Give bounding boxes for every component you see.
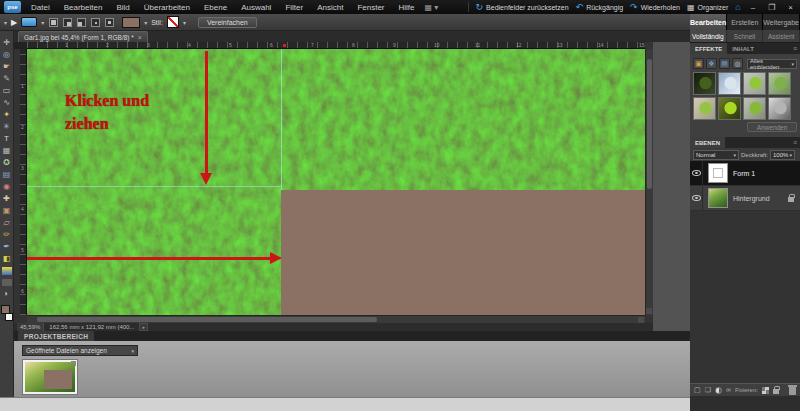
layer-row-hintergrund[interactable]: Hintergrund bbox=[690, 186, 800, 211]
magic-wand-tool[interactable]: ✦ bbox=[1, 110, 13, 120]
tool-preset-arrow[interactable]: ▾ bbox=[4, 19, 7, 26]
reset-panels-button[interactable]: ↻Bedienfelder zurücksetzen bbox=[476, 2, 569, 12]
crop-tool[interactable]: ▦ bbox=[1, 146, 13, 156]
adjustment-layer-icon[interactable] bbox=[715, 387, 722, 394]
close-button[interactable]: × bbox=[785, 3, 796, 12]
tab-bearbeiten[interactable]: Bearbeiten bbox=[690, 14, 727, 30]
menu-item-7[interactable]: Ansicht bbox=[310, 3, 350, 12]
vertical-scrollbar-thumb[interactable] bbox=[647, 59, 652, 189]
hand-tool[interactable]: ☛ bbox=[1, 62, 13, 72]
drawn-shape-rectangle[interactable] bbox=[281, 190, 645, 315]
vertical-ruler[interactable]: 123456 bbox=[20, 49, 27, 315]
effect-thumbnail-7[interactable] bbox=[768, 97, 791, 120]
redo-button[interactable]: ↷Wiederholen bbox=[630, 2, 680, 12]
undo-button[interactable]: ↶Rückgängig bbox=[576, 2, 624, 12]
selection-brush-tool[interactable]: ✳ bbox=[1, 122, 13, 132]
status-options-arrow[interactable]: ▸ bbox=[139, 323, 148, 331]
link-layers-icon[interactable]: ∞ bbox=[726, 385, 731, 395]
vertical-scrollbar[interactable] bbox=[645, 49, 653, 315]
all-effects-category-icon[interactable]: ◍ bbox=[732, 58, 743, 69]
effect-thumbnail-6[interactable] bbox=[743, 97, 766, 120]
shape-subtract-icon[interactable] bbox=[77, 18, 86, 27]
organizer-button[interactable]: ▦Organizer bbox=[687, 3, 728, 12]
clone-stamp-tool[interactable]: ▣ bbox=[1, 206, 13, 216]
horizontal-ruler[interactable]: 123456789101112131415 bbox=[27, 42, 645, 49]
delete-layer-icon[interactable] bbox=[789, 387, 796, 395]
style-none-swatch[interactable] bbox=[167, 16, 179, 28]
shape-preview-swatch[interactable] bbox=[21, 17, 37, 27]
shape-new-icon[interactable] bbox=[49, 18, 58, 27]
move-tool[interactable]: ✛ bbox=[1, 38, 13, 48]
blend-mode-dropdown[interactable]: Normal bbox=[693, 150, 739, 160]
new-layer-icon[interactable]: ▢ bbox=[694, 385, 701, 395]
shape-intersect-icon[interactable] bbox=[91, 18, 100, 27]
horizontal-scrollbar[interactable] bbox=[27, 315, 645, 323]
tab-inhalt[interactable]: INHALT bbox=[727, 43, 759, 54]
menu-item-4[interactable]: Ebene bbox=[197, 3, 234, 12]
tab-effekte[interactable]: EFFEKTE bbox=[690, 43, 727, 54]
type-tool[interactable]: T bbox=[1, 134, 13, 144]
lock-all-icon[interactable] bbox=[773, 389, 779, 394]
workspace-icon[interactable]: ▦ ▾ bbox=[422, 3, 442, 12]
effect-thumbnail-4[interactable] bbox=[693, 97, 716, 120]
menu-item-2[interactable]: Bild bbox=[109, 3, 136, 12]
color-dropdown-arrow[interactable]: ▾ bbox=[144, 19, 147, 26]
panel-menu-icon[interactable]: ≡ bbox=[793, 137, 800, 148]
visibility-toggle[interactable] bbox=[690, 161, 703, 185]
effect-thumbnail-3[interactable] bbox=[768, 72, 791, 95]
blur-tool[interactable]: ◗ bbox=[1, 289, 13, 299]
lasso-tool[interactable]: ∿ bbox=[1, 98, 13, 108]
shape-exclude-icon[interactable] bbox=[105, 18, 114, 27]
marquee-tool[interactable]: ▭ bbox=[1, 86, 13, 96]
style-dropdown-arrow[interactable]: ▾ bbox=[183, 19, 186, 26]
shape-color-swatch[interactable] bbox=[122, 17, 140, 28]
photo-effects-category-icon[interactable]: ▤ bbox=[719, 58, 730, 69]
opacity-dropdown[interactable]: 100% bbox=[770, 150, 795, 160]
new-group-icon[interactable]: ❏ bbox=[705, 385, 711, 395]
shape-add-icon[interactable] bbox=[63, 18, 72, 27]
color-swatches[interactable] bbox=[0, 304, 14, 322]
paint-bucket-tool[interactable]: ◧ bbox=[1, 254, 13, 264]
menu-item-0[interactable]: Datei bbox=[24, 3, 57, 12]
smart-brush-tool[interactable]: ✒ bbox=[1, 242, 13, 252]
minimize-button[interactable]: – bbox=[748, 3, 758, 12]
lock-transparency-icon[interactable] bbox=[762, 387, 769, 394]
panel-menu-icon[interactable]: ≡ bbox=[793, 43, 800, 54]
layer-row-form1[interactable]: Form 1 bbox=[690, 161, 800, 186]
menu-item-1[interactable]: Bearbeiten bbox=[57, 3, 110, 12]
brush-tool[interactable]: ✏ bbox=[1, 230, 13, 240]
menu-item-6[interactable]: Filter bbox=[278, 3, 310, 12]
menu-item-8[interactable]: Fenster bbox=[350, 3, 391, 12]
mode-vollstaendig[interactable]: Vollständig bbox=[690, 30, 727, 42]
visibility-toggle[interactable] bbox=[690, 186, 703, 210]
shape-tool[interactable] bbox=[2, 279, 12, 286]
zoom-tool[interactable]: ◎ bbox=[1, 50, 13, 60]
canvas[interactable]: Klicken und ziehen bbox=[27, 49, 645, 315]
menu-item-3[interactable]: Überarbeiten bbox=[137, 3, 197, 12]
zoom-level[interactable]: 45,59% bbox=[17, 323, 44, 331]
project-bin-tab[interactable]: PROJEKTBEREICH bbox=[18, 331, 94, 341]
gradient-tool[interactable] bbox=[2, 267, 12, 275]
layer-styles-category-icon[interactable]: ❖ bbox=[706, 58, 717, 69]
document-tab[interactable]: Gar1.jpg bei 45,4% (Form 1, RGB/8) * × bbox=[18, 31, 148, 42]
layer-thumbnail[interactable] bbox=[708, 163, 728, 183]
mode-schnell[interactable]: Schnell bbox=[727, 30, 764, 42]
open-file-thumbnail[interactable] bbox=[22, 359, 78, 395]
tab-erstellen[interactable]: Erstellen bbox=[727, 14, 763, 30]
red-eye-tool[interactable]: ◉ bbox=[1, 182, 13, 192]
horizontal-scrollbar-thumb[interactable] bbox=[37, 317, 377, 322]
tab-close-icon[interactable]: × bbox=[138, 34, 142, 41]
scrollbar-button[interactable] bbox=[646, 308, 652, 314]
layer-thumbnail[interactable] bbox=[708, 188, 728, 208]
menu-item-9[interactable]: Hilfe bbox=[392, 3, 422, 12]
bin-filter-dropdown[interactable]: Geöffnete Dateien anzeigen bbox=[22, 345, 138, 356]
effects-filter-dropdown[interactable]: Alles einblenden bbox=[747, 59, 797, 69]
healing-brush-tool[interactable]: ✚ bbox=[1, 194, 13, 204]
home-icon[interactable]: ⌂ bbox=[735, 2, 740, 12]
effect-thumbnail-5[interactable] bbox=[718, 97, 741, 120]
menu-item-5[interactable]: Auswahl bbox=[234, 3, 278, 12]
apply-button[interactable]: Anwenden bbox=[747, 122, 797, 132]
filters-category-icon[interactable]: ▣ bbox=[693, 58, 704, 69]
eraser-tool[interactable]: ▱ bbox=[1, 218, 13, 228]
shape-dropdown-arrow[interactable]: ▾ bbox=[41, 19, 44, 26]
